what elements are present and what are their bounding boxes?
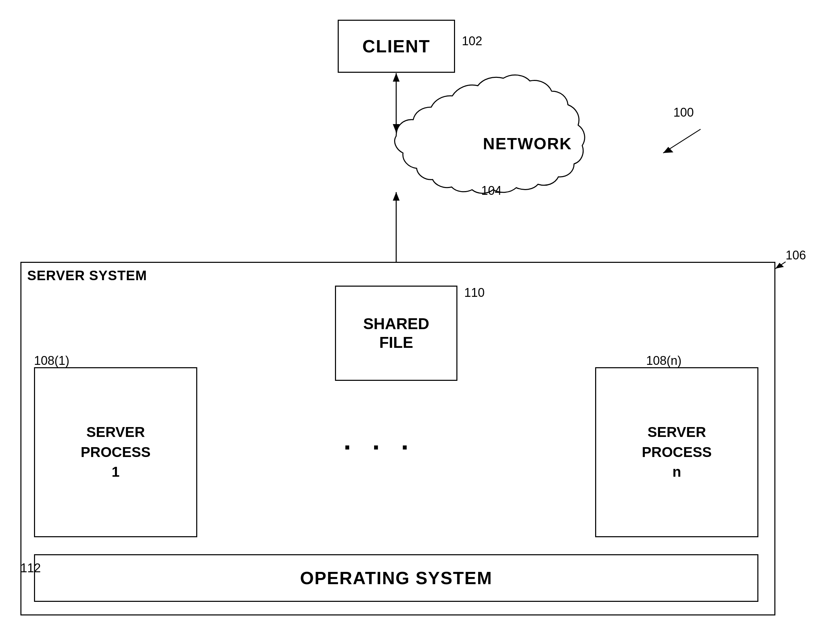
shared-file-box: SHAREDFILE xyxy=(335,286,457,381)
server-system-label: SERVER SYSTEM xyxy=(27,268,147,283)
shared-file-label: SHAREDFILE xyxy=(363,314,429,352)
operating-system-label: OPERATING SYSTEM xyxy=(300,568,492,588)
client-label: CLIENT xyxy=(363,36,431,56)
server-process-n-box: SERVERPROCESSn xyxy=(595,367,758,537)
operating-system-box: OPERATING SYSTEM xyxy=(34,554,758,602)
svg-marker-16 xyxy=(775,263,784,269)
svg-marker-1 xyxy=(393,124,399,133)
svg-line-15 xyxy=(775,262,786,269)
client-box: CLIENT xyxy=(338,20,455,73)
ref-108-n: 108(n) xyxy=(646,353,682,368)
svg-marker-5 xyxy=(393,192,399,200)
ref-108-1: 108(1) xyxy=(34,353,69,368)
dots-separator: · · · xyxy=(344,432,415,463)
svg-marker-2 xyxy=(393,73,399,82)
diagram-container: MAPPING MAPPING CLIENT 102 100 NETWORK 1… xyxy=(0,0,840,644)
server-process-1-label: SERVERPROCESS1 xyxy=(81,422,150,482)
svg-marker-14 xyxy=(663,147,673,153)
server-process-1-box: SERVERPROCESS1 xyxy=(34,367,197,537)
svg-line-13 xyxy=(663,129,700,153)
ref-112: 112 xyxy=(20,561,41,575)
ref-104: 104 xyxy=(481,184,501,198)
ref-100: 100 xyxy=(673,105,694,120)
ref-106: 106 xyxy=(786,248,806,263)
ref-110: 110 xyxy=(464,286,485,300)
ref-102: 102 xyxy=(462,34,482,48)
network-label: NETWORK xyxy=(483,134,572,153)
server-process-n-label: SERVERPROCESSn xyxy=(642,422,712,482)
